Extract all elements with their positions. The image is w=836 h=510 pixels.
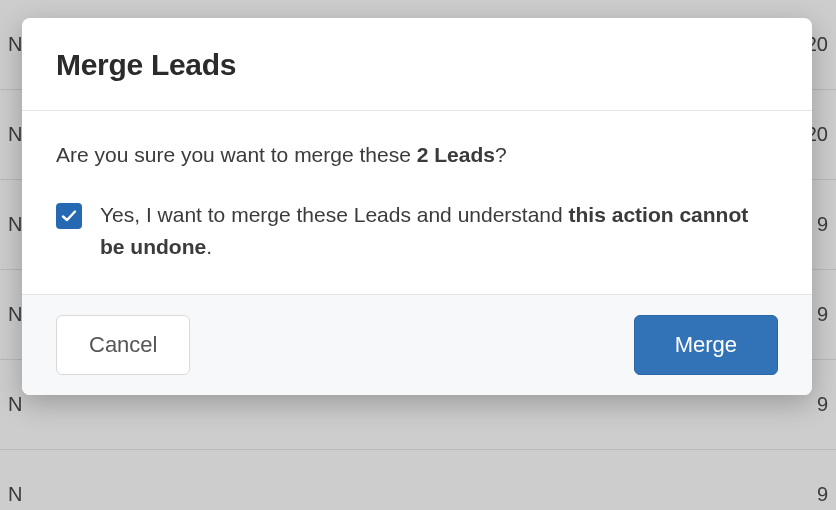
confirm-checkbox-row: Yes, I want to merge these Leads and und… bbox=[56, 199, 778, 264]
confirm-checkbox-label: Yes, I want to merge these Leads and und… bbox=[100, 199, 778, 264]
confirm-prefix: Are you sure you want to merge these bbox=[56, 143, 417, 166]
confirm-text: Are you sure you want to merge these 2 L… bbox=[56, 139, 778, 171]
merge-button[interactable]: Merge bbox=[634, 315, 778, 375]
check-icon bbox=[61, 208, 77, 224]
confirm-checkbox[interactable] bbox=[56, 203, 82, 229]
check-label-prefix: Yes, I want to merge these Leads and und… bbox=[100, 203, 569, 226]
check-label-suffix: . bbox=[206, 235, 212, 258]
merge-leads-modal: Merge Leads Are you sure you want to mer… bbox=[22, 18, 812, 395]
modal-title: Merge Leads bbox=[56, 48, 778, 82]
modal-body: Are you sure you want to merge these 2 L… bbox=[22, 111, 812, 294]
confirm-suffix: ? bbox=[495, 143, 507, 166]
modal-header: Merge Leads bbox=[22, 18, 812, 111]
confirm-count: 2 Leads bbox=[417, 143, 495, 166]
cancel-button[interactable]: Cancel bbox=[56, 315, 190, 375]
modal-footer: Cancel Merge bbox=[22, 294, 812, 395]
